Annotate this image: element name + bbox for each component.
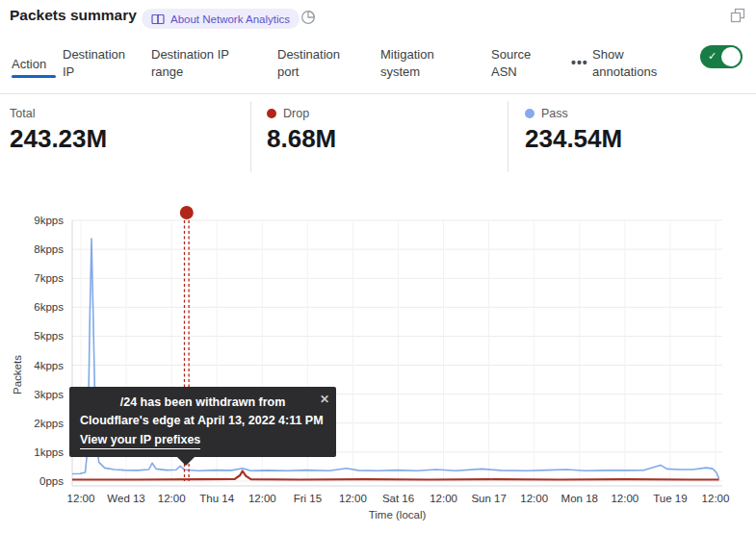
tooltip-text-line2: Cloudflare's edge at April 13, 2022 4:11… [80, 412, 326, 430]
x-tick-label: Mon 18 [561, 493, 598, 504]
y-tick-label: 5kpps [34, 330, 64, 342]
annotation-marker[interactable] [180, 206, 194, 219]
time-period-icon[interactable] [300, 10, 316, 25]
about-badge-label: About Network Analytics [170, 13, 290, 25]
divider [508, 101, 508, 172]
packets-summary-panel: Packets summary About Network Analytics … [0, 0, 756, 534]
tab-destination-port[interactable]: Destination port [277, 46, 358, 82]
tooltip-caret [177, 457, 195, 466]
stat-drop-label: Drop [283, 107, 309, 120]
x-tick-label: 12:00 [248, 493, 276, 504]
x-tick-label: 12:00 [158, 493, 186, 504]
tooltip-text-line1: /24 has been withdrawn from [80, 394, 326, 412]
y-tick-label: 7kpps [34, 272, 64, 284]
y-tick-label: 8kpps [34, 243, 64, 255]
stat-pass-value: 234.54M [525, 124, 622, 154]
page-title: Packets summary [10, 7, 137, 24]
close-icon[interactable]: ✕ [320, 391, 329, 408]
y-tick-label: 6kpps [34, 301, 64, 313]
x-tick-label: 12:00 [339, 493, 367, 504]
tab-source-asn[interactable]: Source ASN [491, 46, 549, 82]
stat-drop-value: 8.68M [267, 124, 336, 154]
x-tick-label: 12:00 [430, 493, 457, 504]
y-axis-label: Packets [12, 355, 23, 394]
about-network-analytics-badge[interactable]: About Network Analytics [142, 9, 300, 29]
x-tick-label: Sat 16 [382, 493, 414, 504]
book-icon [151, 13, 165, 25]
active-tab-underline [12, 75, 56, 78]
y-tick-label: 9kpps [34, 215, 64, 226]
toggle-knob [721, 47, 741, 66]
x-tick-label: Thu 14 [199, 493, 234, 504]
y-tick-label: 2kpps [34, 418, 64, 429]
tab-mitigation-system[interactable]: Mitigation system [380, 46, 459, 82]
packets-chart[interactable]: 0pps1kpps2kpps3kpps4kpps5kpps6kpps7kpps8… [0, 188, 756, 534]
y-tick-label: 4kpps [34, 360, 64, 371]
y-tick-label: 3kpps [34, 389, 64, 400]
dimension-tabs: Action Destination IP Destination IP ran… [0, 42, 756, 94]
tab-destination-ip[interactable]: Destination IP [63, 46, 136, 82]
x-tick-label: 12:00 [67, 493, 95, 504]
stat-pass-label: Pass [541, 107, 568, 120]
tab-destination-ip-range[interactable]: Destination IP range [151, 46, 246, 82]
check-icon: ✓ [708, 49, 717, 64]
stat-total-label: Total [10, 107, 35, 120]
show-annotations-label: Show annotations [592, 46, 679, 82]
more-tabs-button[interactable]: ••• [571, 54, 588, 73]
y-tick-label: 0pps [39, 475, 64, 487]
pass-legend-dot [525, 109, 534, 118]
y-tick-label: 1kpps [34, 446, 64, 458]
x-axis-label: Time (local) [72, 509, 722, 521]
x-tick-label: Tue 19 [653, 493, 687, 504]
show-annotations-toggle[interactable]: ✓ [700, 45, 743, 68]
x-tick-label: Fri 15 [294, 493, 322, 504]
view-ip-prefixes-link[interactable]: View your IP prefixes [80, 431, 200, 450]
divider [250, 101, 251, 172]
x-tick-label: 12:00 [520, 493, 548, 504]
x-tick-label: Wed 13 [107, 493, 144, 504]
stats-row: Total 243.23M Drop 8.68M Pass 234.54M [0, 93, 756, 178]
drop-line [72, 471, 719, 480]
stat-total-value: 243.23M [10, 124, 107, 154]
x-tick-label: Sun 17 [471, 493, 506, 504]
tab-action[interactable]: Action [12, 56, 46, 73]
popout-icon[interactable] [730, 8, 746, 24]
x-tick-label: 12:00 [702, 493, 730, 504]
annotation-tooltip: /24 has been withdrawn from Cloudflare's… [69, 387, 336, 457]
drop-legend-dot [267, 109, 276, 118]
x-tick-label: 12:00 [611, 493, 639, 504]
